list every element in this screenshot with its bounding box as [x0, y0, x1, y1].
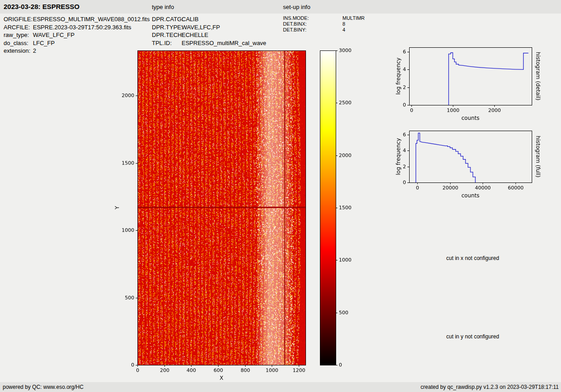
info-label: ARCFILE:	[4, 23, 33, 32]
info-label: do_class:	[4, 39, 33, 47]
info-value: WAVE,LFC,FP	[182, 23, 220, 32]
info-row: ARCFILE: ESPRE.2023-03-29T17:50:29.363.f…	[4, 23, 150, 32]
info-row: INS.MODE: MULTIMR	[283, 15, 365, 21]
cut-y-message: cut in y not configured	[388, 333, 558, 340]
footer-bar: powered by QC: www.eso.org/HC created by…	[0, 382, 561, 392]
page-title: 2023-03-28: ESPRESSO	[4, 3, 79, 10]
raw-image-plot	[104, 45, 315, 385]
info-row: DPR.TECH: ECHELLE	[152, 31, 266, 39]
info-label: DET.BINY:	[283, 27, 342, 33]
info-value: ESPRESSO_MULTIMR_WAVE088_0012.fits	[33, 15, 150, 23]
type-info-heading: type info	[152, 4, 174, 10]
setup-info-block: INS.MODE: MULTIMR DET.BINX: 8 DET.BINY: …	[283, 15, 365, 33]
info-value: ECHELLE	[182, 31, 208, 39]
info-label: DPR.TYPE:	[152, 23, 182, 32]
info-label: ORIGFILE:	[4, 15, 33, 23]
info-row: DET.BINX: 8	[283, 21, 365, 27]
info-row: raw_type: WAVE_LFC_FP	[4, 31, 150, 39]
info-label: INS.MODE:	[283, 15, 342, 21]
header-bar: 2023-03-28: ESPRESSO type info set-up in…	[0, 0, 561, 14]
info-row: DPR.CATG: CALIB	[152, 15, 266, 23]
info-value: ESPRE.2023-03-29T17:50:29.363.fits	[33, 23, 131, 32]
footer-left: powered by QC: www.eso.org/HC	[3, 382, 83, 392]
info-row: DPR.TYPE: WAVE,LFC,FP	[152, 23, 266, 32]
cut-x-message: cut in x not configured	[388, 255, 558, 261]
info-value: MULTIMR	[342, 15, 365, 21]
histogram-full-plot	[388, 126, 561, 210]
setup-info-heading: set-up info	[283, 4, 310, 10]
info-label: DPR.TECH:	[152, 31, 182, 39]
footer-right: created by qc_rawdisp.py v1.2.3 on 2023-…	[420, 382, 559, 392]
qc-report-page: 2023-03-28: ESPRESSO type info set-up in…	[0, 0, 561, 392]
info-label: DPR.CATG:	[152, 15, 182, 23]
info-value: 2	[33, 47, 36, 55]
info-value: 4	[342, 27, 345, 33]
info-value: 8	[342, 21, 345, 27]
info-label: extension:	[4, 47, 33, 55]
info-label: raw_type:	[4, 31, 33, 39]
type-info-block: DPR.CATG: CALIB DPR.TYPE: WAVE,LFC,FP DP…	[152, 15, 266, 47]
info-value: LFC_FP	[33, 39, 55, 47]
info-row: ORIGFILE: ESPRESSO_MULTIMR_WAVE088_0012.…	[4, 15, 150, 23]
info-label: DET.BINX:	[283, 21, 342, 27]
info-row: DET.BINY: 4	[283, 27, 365, 33]
histogram-detail-plot	[388, 43, 561, 126]
info-value: WAVE_LFC_FP	[33, 31, 74, 39]
info-value: CALIB	[182, 15, 199, 23]
colorbar	[316, 45, 367, 378]
